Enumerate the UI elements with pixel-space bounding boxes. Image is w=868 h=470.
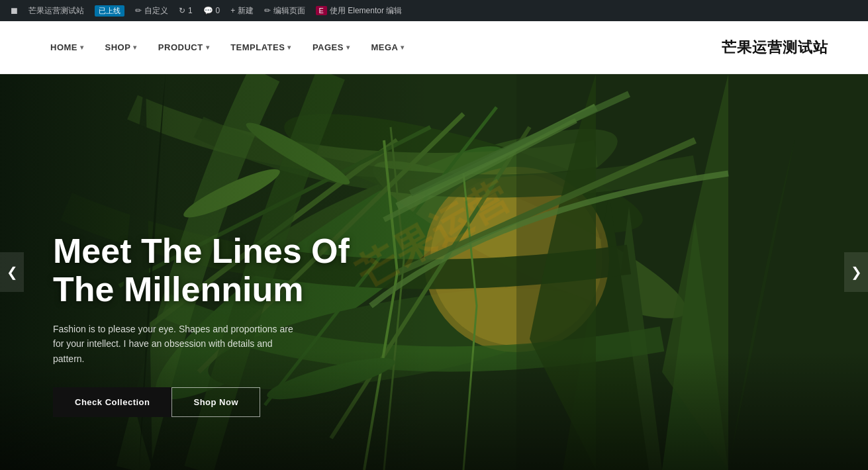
nav-left: HOME ▾ SHOP ▾ PRODUCT ▾ TEMPLATES ▾ PAGE… [40, 21, 415, 74]
hero-slider: ❮ Meet The Lines Of The Millennium Fashi… [0, 74, 868, 470]
edit-page-label: 编辑页面 [273, 5, 305, 17]
templates-chevron-icon: ▾ [287, 44, 291, 51]
edit-page-item[interactable]: ✏ 编辑页面 [259, 0, 311, 21]
shop-chevron-icon: ▾ [133, 44, 137, 51]
shop-now-button[interactable]: Shop Now [171, 387, 260, 417]
nav-item-mega[interactable]: MEGA ▾ [360, 21, 415, 74]
nav-item-templates[interactable]: TEMPLATES ▾ [220, 21, 302, 74]
updates-icon: ↻ [179, 6, 185, 15]
hero-subtitle: Fashion is to please your eye. Shapes an… [53, 322, 305, 366]
arrow-right-icon: ❯ [851, 264, 862, 280]
elementor-item[interactable]: E 使用 Elementor 编辑 [311, 0, 408, 21]
hero-buttons: Check Collection Shop Now [53, 387, 384, 417]
nav-mega-label: MEGA [371, 42, 398, 52]
wp-logo-item[interactable]: ■ [5, 0, 23, 21]
nav-item-home[interactable]: HOME ▾ [40, 21, 95, 74]
new-item[interactable]: + 新建 [225, 0, 258, 21]
nav-item-product[interactable]: PRODUCT ▾ [148, 21, 220, 74]
comments-icon: 💬 [203, 6, 213, 15]
nav-templates-label: TEMPLATES [230, 42, 285, 52]
hero-content: Meet The Lines Of The Millennium Fashion… [53, 232, 384, 417]
status-item[interactable]: 已上线 [89, 0, 130, 21]
customize-item[interactable]: ✏ 自定义 [130, 0, 173, 21]
comments-count: 0 [216, 6, 220, 15]
nav-item-shop[interactable]: SHOP ▾ [95, 21, 148, 74]
home-chevron-icon: ▾ [80, 44, 84, 51]
new-label: + 新建 [230, 5, 253, 17]
pages-chevron-icon: ▾ [346, 44, 350, 51]
nav-shop-label: SHOP [105, 42, 131, 52]
nav-item-pages[interactable]: PAGES ▾ [302, 21, 361, 74]
nav-pages-label: PAGES [313, 42, 344, 52]
elementor-badge: E [316, 6, 327, 15]
check-collection-button[interactable]: Check Collection [53, 387, 171, 417]
updates-count: 1 [188, 6, 193, 15]
edit-icon: ✏ [264, 6, 271, 15]
comments-item[interactable]: 💬 0 [198, 0, 226, 21]
brand-name: 芒果运营测试站 [722, 38, 828, 58]
customize-label: 自定义 [144, 5, 168, 17]
elementor-label: 使用 Elementor 编辑 [330, 5, 402, 17]
wp-icon: ■ [11, 4, 18, 18]
pencil-icon: ✏ [135, 6, 142, 15]
status-badge: 已上线 [95, 5, 124, 17]
site-name-item[interactable]: 芒果运营测试站 [23, 0, 89, 21]
hero-title: Meet The Lines Of The Millennium [53, 232, 384, 308]
slider-prev-button[interactable]: ❮ [0, 252, 24, 292]
mega-chevron-icon: ▾ [401, 44, 405, 51]
nav-product-label: PRODUCT [158, 42, 203, 52]
nav-bar: HOME ▾ SHOP ▾ PRODUCT ▾ TEMPLATES ▾ PAGE… [0, 21, 868, 74]
site-name-text: 芒果运营测试站 [28, 5, 84, 17]
updates-item[interactable]: ↻ 1 [173, 0, 198, 21]
arrow-left-icon: ❮ [7, 264, 18, 280]
nav-home-label: HOME [50, 42, 77, 52]
product-chevron-icon: ▾ [206, 44, 210, 51]
slider-next-button[interactable]: ❯ [844, 252, 868, 292]
admin-bar: ■ 芒果运营测试站 已上线 ✏ 自定义 ↻ 1 💬 0 + 新建 ✏ 编辑页面 … [0, 0, 868, 21]
